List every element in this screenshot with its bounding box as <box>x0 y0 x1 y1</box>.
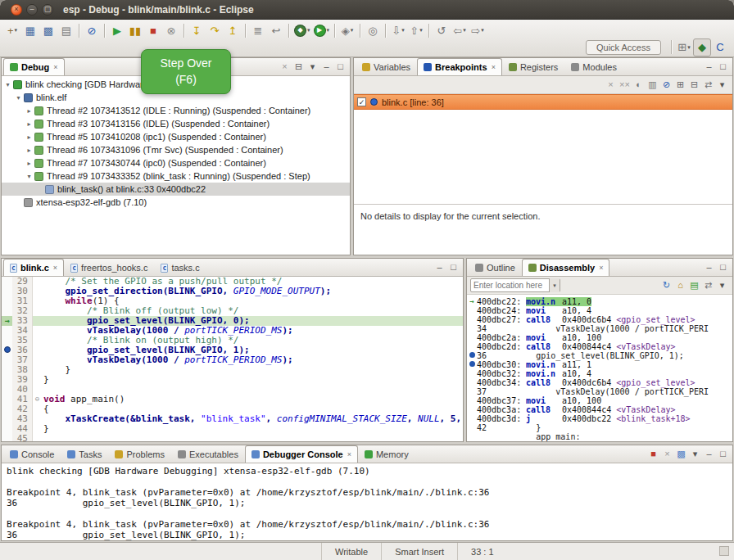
editor-code[interactable]: 29 /* Set the GPIO as a push/pull output… <box>2 277 463 441</box>
external-tools-icon[interactable]: ◈▾ <box>338 21 356 39</box>
minimize-view-icon[interactable]: – <box>702 447 716 461</box>
disassembly-line[interactable]: 400dbc2d:call80x400844c4 <vTaskDelay> <box>467 342 732 351</box>
debug-tree-item[interactable]: ▸Thread #7 1073430744 (ipc0) (Suspended … <box>2 156 350 169</box>
disassembly-line[interactable]: app_main: <box>467 432 732 441</box>
code-line[interactable]: 45 <box>2 434 463 441</box>
save-icon[interactable]: ▦ <box>21 21 39 39</box>
remove-launch-icon[interactable]: × <box>660 447 674 461</box>
view-menu-icon[interactable]: ▾ <box>715 78 729 92</box>
disassembly-line[interactable]: 400dbc32:movi.na10, 4 <box>467 369 732 378</box>
combo-dropdown-icon[interactable]: ▾ <box>549 278 560 292</box>
disassembly-line[interactable]: 34 vTaskDelay(1000 / portTICK_PERI <box>467 324 732 333</box>
dropdown-arrow-icon[interactable]: ▾ <box>351 27 354 34</box>
close-icon[interactable]: × <box>347 450 351 458</box>
disassembly-line[interactable]: 400dbc3a:call80x400844c4 <vTaskDelay> <box>467 405 732 414</box>
tab-modules[interactable]: Modules <box>564 58 623 75</box>
dropdown-arrow-icon[interactable]: ▾ <box>15 27 18 34</box>
maximize-view-icon[interactable]: □ <box>716 447 730 461</box>
step-return-icon[interactable]: ↥ <box>224 21 242 39</box>
collapse-all-icon[interactable]: ⊟ <box>687 78 701 92</box>
dropdown-arrow-icon[interactable]: ▾ <box>463 27 466 34</box>
run-icon[interactable]: ▶▾ <box>312 21 332 39</box>
tab-problems[interactable]: Problems <box>108 445 170 463</box>
go-to-file-for-breakpoint-icon[interactable]: ▥ <box>646 78 659 92</box>
tree-expander-icon[interactable]: ▸ <box>25 147 34 154</box>
debug-tree-item[interactable]: ▾Thread #9 1073433352 (blink_task : Runn… <box>2 169 350 183</box>
tree-expander-icon[interactable]: ▸ <box>25 160 34 167</box>
tree-expander-icon[interactable]: ▾ <box>3 81 12 88</box>
show-source-icon[interactable]: ▤ <box>687 278 701 292</box>
dropdown-arrow-icon[interactable]: ▾ <box>481 27 484 34</box>
disassembly-content[interactable]: →400dbc22:movi.na11, 0400dbc24:movia10, … <box>467 295 732 441</box>
drop-to-frame-icon[interactable]: ↩ <box>267 21 285 39</box>
tab-console[interactable]: Console <box>3 445 61 463</box>
maximize-view-icon[interactable]: □ <box>446 260 460 274</box>
disconnect-icon[interactable]: ⊗ <box>162 21 180 39</box>
disassembly-line[interactable]: 400dbc24:movia10, 4 <box>467 306 732 315</box>
disassembly-line[interactable]: 400dbc2a:movia10, 100 <box>467 333 732 342</box>
tab-debugger-console[interactable]: Debugger Console× <box>245 445 358 463</box>
search-icon[interactable]: ◎ <box>364 21 382 39</box>
last-edit-location-icon[interactable]: ↺ <box>433 21 451 39</box>
disassembly-line[interactable]: 400dbc30:movi.na11, 1 <box>467 360 732 369</box>
display-console-menu-icon[interactable]: ▾ <box>688 447 702 461</box>
code-line[interactable]: 37 vTaskDelay(1000 / portTICK_PERIOD_MS)… <box>2 355 463 365</box>
step-into-icon[interactable]: ↧ <box>188 21 206 39</box>
debug-tree-item[interactable]: ▸Thread #5 1073410208 (ipc1) (Suspended … <box>2 130 350 143</box>
debug-tree-item[interactable]: xtensa-esp32-elf-gdb (7.10) <box>2 196 350 209</box>
expand-all-icon[interactable]: ⊞ <box>673 78 687 92</box>
breakpoints-list[interactable]: ✓blink.c [line: 36] <box>354 94 732 204</box>
maximize-window-button[interactable]: ▢ <box>42 4 53 16</box>
tree-expander-icon[interactable]: ▸ <box>25 120 34 128</box>
disassembly-line[interactable]: 400dbc3d:j0x400dbc22 <blink_task+18> <box>467 414 732 423</box>
code-line[interactable]: 44} <box>2 424 463 434</box>
dropdown-arrow-icon[interactable]: ▾ <box>687 44 691 51</box>
fold-icon[interactable]: ⊖ <box>33 395 42 404</box>
terminate-icon[interactable]: ■ <box>144 21 162 39</box>
minimize-view-icon[interactable]: – <box>702 260 716 274</box>
show-breakpoints-for-selected-icon[interactable]: ◐ <box>632 78 646 92</box>
link-with-debug-view-icon[interactable]: ⇄ <box>701 78 715 92</box>
remove-all-breakpoints-icon[interactable]: ×× <box>618 78 632 92</box>
skip-all-breakpoints-icon[interactable]: ⊘ <box>659 78 673 92</box>
tab-breakpoints[interactable]: Breakpoints× <box>417 58 502 75</box>
collapse-all-icon[interactable]: ⊟ <box>292 60 306 74</box>
open-perspective-icon[interactable]: ⊞▾ <box>675 38 693 56</box>
remove-breakpoint-icon[interactable]: × <box>604 78 618 92</box>
print-icon[interactable]: ▤ <box>57 21 75 39</box>
tab-debug[interactable]: Debug× <box>3 58 65 75</box>
save-all-icon[interactable]: ▩ <box>39 21 57 39</box>
minimize-view-icon[interactable]: – <box>433 260 446 274</box>
tab-executables[interactable]: Executables <box>171 445 245 463</box>
disassembly-line[interactable]: 36 gpio_set_level(BLINK_GPIO, 1); <box>467 351 732 360</box>
debug-tree-item[interactable]: blink_task() at blink.c:33 0x400dbc22 <box>2 183 350 196</box>
disassembly-line[interactable]: 400dbc27:call80x400dc6b4 <gpio_set_level… <box>467 315 732 324</box>
previous-annotation-icon[interactable]: ⇧▾ <box>407 21 425 39</box>
quick-access-button[interactable]: Quick Access <box>586 40 661 55</box>
close-icon[interactable]: × <box>53 63 57 71</box>
location-combo[interactable]: ▾ <box>470 278 560 292</box>
tab-freertos-hooks-c[interactable]: cfreertos_hooks.c <box>64 259 154 276</box>
terminate-icon[interactable]: ■ <box>646 447 660 461</box>
dropdown-arrow-icon[interactable]: ▾ <box>307 27 310 34</box>
tab-tasks-c[interactable]: ctasks.c <box>154 259 206 276</box>
next-annotation-icon[interactable]: ⇩▾ <box>389 21 407 39</box>
maximize-view-icon[interactable]: □ <box>716 260 730 274</box>
tab-tasks[interactable]: Tasks <box>61 445 108 463</box>
dropdown-arrow-icon[interactable]: ▾ <box>327 27 330 34</box>
disassembly-line[interactable]: →400dbc22:movi.na11, 0 <box>467 297 732 306</box>
code-line[interactable]: 41⊖void app_main() <box>2 395 463 404</box>
minimize-view-icon[interactable]: – <box>702 60 716 74</box>
new-wizard-icon[interactable]: +▾ <box>3 21 21 39</box>
home-icon[interactable]: ⌂ <box>673 278 687 292</box>
location-input[interactable] <box>471 281 549 290</box>
tab-registers[interactable]: Registers <box>502 58 564 75</box>
forward-icon[interactable]: ⇨▾ <box>469 21 487 39</box>
breakpoint-checkbox[interactable]: ✓ <box>357 97 366 106</box>
code-line[interactable]: 39} <box>2 375 463 385</box>
code-line[interactable]: 43 xTaskCreate(&blink_task, "blink_task"… <box>2 414 463 424</box>
code-line[interactable]: 38 } <box>2 365 463 375</box>
refresh-icon[interactable]: ↻ <box>659 278 673 292</box>
debug-perspective-icon[interactable]: ◆ <box>693 38 711 56</box>
breakpoint-item[interactable]: ✓blink.c [line: 36] <box>354 94 732 110</box>
